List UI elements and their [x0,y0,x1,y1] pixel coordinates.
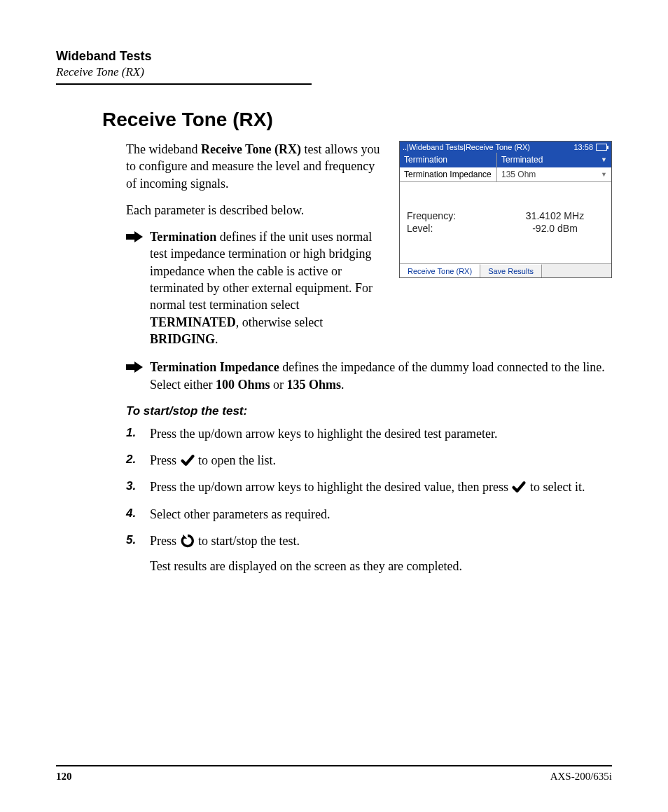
section-heading: Wideband Tests [56,49,612,64]
readout-freq-label: Frequency: [407,210,506,221]
device-readouts: Frequency: 31.4102 MHz Level: -92.0 dBm [400,182,611,263]
loop-icon [180,534,195,548]
readout-level-label: Level: [407,223,506,234]
page-title: Receive Tone (RX) [102,109,612,131]
bullet-arrow-icon [126,362,143,373]
intro-paragraph-1: The wideband Receive Tone (RX) test allo… [126,141,384,192]
bullet-termination-impedance: Termination Impedance defines the impeda… [126,359,612,393]
dropdown-arrow-icon: ▼ [601,156,607,163]
bullet-arrow-icon [126,231,143,242]
device-tab-save-results[interactable]: Save Results [480,264,542,277]
procedure-heading: To start/stop the test: [126,404,612,418]
device-tab-receive-tone[interactable]: Receive Tone (RX) [400,264,480,277]
device-row-termination[interactable]: Termination Terminated▼ [400,153,611,167]
step-2: Press to open the list. [126,452,612,469]
checkmark-icon [180,453,195,467]
section-subheading: Receive Tone (RX) [56,65,612,79]
readout-freq-value: 31.4102 MHz [506,210,604,221]
device-clock: 13:58 [573,143,593,151]
page-number: 120 [56,771,72,783]
step-5: Press to start/stop the test. Test resul… [126,532,612,575]
device-row-impedance[interactable]: Termination Impedance 135 Ohm▼ [400,167,611,182]
device-screenshot: ..|Wideband Tests|Receive Tone (RX) 13:5… [399,141,612,278]
header-rule [56,83,312,85]
step-1: Press the up/down arrow keys to highligh… [126,425,612,442]
readout-level-value: -92.0 dBm [506,223,604,234]
device-breadcrumb: ..|Wideband Tests|Receive Tone (RX) [403,143,530,151]
document-id: AXS-200/635i [550,771,612,783]
device-titlebar: ..|Wideband Tests|Receive Tone (RX) 13:5… [400,142,611,153]
step-4: Select other parameters as required. [126,506,612,523]
bullet-termination: Termination defines if the unit uses nor… [126,228,384,347]
intro-paragraph-2: Each parameter is described below. [126,202,384,219]
device-row-label: Termination Impedance [400,167,496,182]
device-tabs: Receive Tone (RX) Save Results [400,263,611,277]
page-footer: 120 AXS-200/635i [56,765,612,783]
step-3: Press the up/down arrow keys to highligh… [126,479,612,495]
battery-icon [596,144,608,151]
dropdown-arrow-icon: ▼ [601,171,607,178]
step-5-note: Test results are displayed on the screen… [150,558,612,574]
device-row-value: Terminated [501,155,543,165]
device-row-value: 135 Ohm [501,170,536,179]
device-row-label: Termination [400,153,496,167]
checkmark-icon [511,480,527,494]
